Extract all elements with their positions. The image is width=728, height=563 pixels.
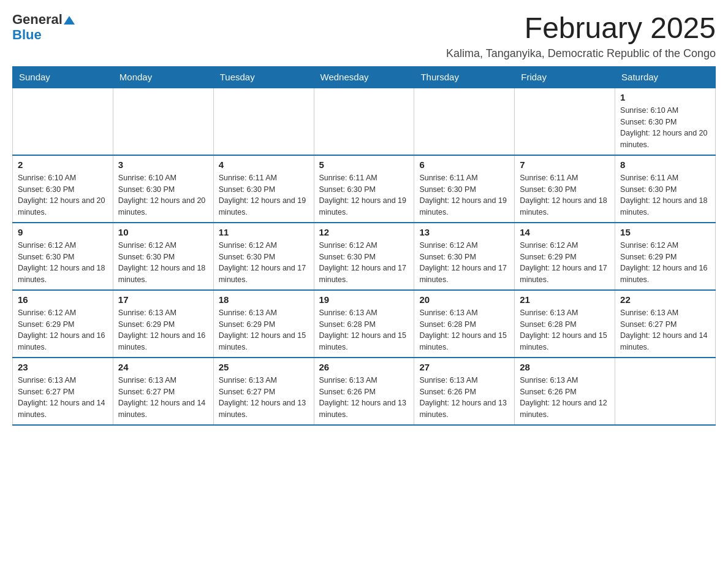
day-info: Sunrise: 6:12 AM Sunset: 6:30 PM Dayligh… xyxy=(319,240,409,286)
day-info: Sunrise: 6:10 AM Sunset: 6:30 PM Dayligh… xyxy=(18,172,108,218)
day-number: 19 xyxy=(319,294,409,305)
day-info: Sunrise: 6:11 AM Sunset: 6:30 PM Dayligh… xyxy=(620,172,710,218)
page-title: February 2025 xyxy=(446,12,716,45)
calendar-week-row: 1Sunrise: 6:10 AM Sunset: 6:30 PM Daylig… xyxy=(13,88,716,155)
header-wednesday: Wednesday xyxy=(314,66,414,88)
day-info: Sunrise: 6:12 AM Sunset: 6:30 PM Dayligh… xyxy=(219,240,309,286)
day-number: 5 xyxy=(319,159,409,170)
day-number: 24 xyxy=(118,362,208,372)
calendar-day-cell: 14Sunrise: 6:12 AM Sunset: 6:29 PM Dayli… xyxy=(515,223,615,290)
day-info: Sunrise: 6:13 AM Sunset: 6:28 PM Dayligh… xyxy=(520,307,610,353)
day-info: Sunrise: 6:13 AM Sunset: 6:26 PM Dayligh… xyxy=(419,375,509,421)
calendar-day-cell: 24Sunrise: 6:13 AM Sunset: 6:27 PM Dayli… xyxy=(113,358,213,425)
logo: General Blue xyxy=(12,12,75,42)
day-info: Sunrise: 6:10 AM Sunset: 6:30 PM Dayligh… xyxy=(118,172,208,218)
day-number: 10 xyxy=(118,227,208,237)
day-number: 23 xyxy=(18,362,108,372)
calendar-day-cell: 17Sunrise: 6:13 AM Sunset: 6:29 PM Dayli… xyxy=(113,290,213,358)
calendar-day-cell: 3Sunrise: 6:10 AM Sunset: 6:30 PM Daylig… xyxy=(113,155,213,223)
page-subtitle: Kalima, Tanganyika, Democratic Republic … xyxy=(446,47,716,60)
day-number: 12 xyxy=(319,227,409,237)
svg-marker-0 xyxy=(64,16,75,25)
day-number: 17 xyxy=(118,294,208,305)
weekday-header-row: Sunday Monday Tuesday Wednesday Thursday… xyxy=(13,66,716,88)
calendar-day-cell: 23Sunrise: 6:13 AM Sunset: 6:27 PM Dayli… xyxy=(13,358,113,425)
day-number: 1 xyxy=(620,92,710,102)
calendar-table: Sunday Monday Tuesday Wednesday Thursday… xyxy=(12,66,716,426)
day-number: 8 xyxy=(620,159,710,170)
calendar-day-cell xyxy=(213,88,314,155)
day-info: Sunrise: 6:11 AM Sunset: 6:30 PM Dayligh… xyxy=(219,172,309,218)
calendar-day-cell xyxy=(515,88,615,155)
header-tuesday: Tuesday xyxy=(213,66,314,88)
calendar-day-cell: 13Sunrise: 6:12 AM Sunset: 6:30 PM Dayli… xyxy=(414,223,515,290)
logo-triangle-icon xyxy=(64,13,75,28)
day-info: Sunrise: 6:11 AM Sunset: 6:30 PM Dayligh… xyxy=(520,172,610,218)
day-number: 21 xyxy=(520,294,610,305)
day-number: 25 xyxy=(219,362,309,372)
day-number: 2 xyxy=(18,159,108,170)
calendar-day-cell: 9Sunrise: 6:12 AM Sunset: 6:30 PM Daylig… xyxy=(13,223,113,290)
day-info: Sunrise: 6:12 AM Sunset: 6:29 PM Dayligh… xyxy=(18,307,108,353)
calendar-week-row: 2Sunrise: 6:10 AM Sunset: 6:30 PM Daylig… xyxy=(13,155,716,223)
day-info: Sunrise: 6:13 AM Sunset: 6:29 PM Dayligh… xyxy=(219,307,309,353)
day-number: 16 xyxy=(18,294,108,305)
calendar-day-cell: 25Sunrise: 6:13 AM Sunset: 6:27 PM Dayli… xyxy=(213,358,314,425)
calendar-day-cell: 8Sunrise: 6:11 AM Sunset: 6:30 PM Daylig… xyxy=(615,155,716,223)
calendar-day-cell: 12Sunrise: 6:12 AM Sunset: 6:30 PM Dayli… xyxy=(314,223,414,290)
day-info: Sunrise: 6:12 AM Sunset: 6:29 PM Dayligh… xyxy=(520,240,610,286)
day-info: Sunrise: 6:13 AM Sunset: 6:26 PM Dayligh… xyxy=(520,375,610,421)
day-info: Sunrise: 6:12 AM Sunset: 6:29 PM Dayligh… xyxy=(620,240,710,286)
day-number: 28 xyxy=(520,362,610,372)
header-sunday: Sunday xyxy=(13,66,113,88)
calendar-day-cell: 5Sunrise: 6:11 AM Sunset: 6:30 PM Daylig… xyxy=(314,155,414,223)
calendar-day-cell: 15Sunrise: 6:12 AM Sunset: 6:29 PM Dayli… xyxy=(615,223,716,290)
calendar-week-row: 23Sunrise: 6:13 AM Sunset: 6:27 PM Dayli… xyxy=(13,358,716,425)
day-number: 27 xyxy=(419,362,509,372)
calendar-day-cell xyxy=(13,88,113,155)
calendar-day-cell xyxy=(615,358,716,425)
calendar-week-row: 9Sunrise: 6:12 AM Sunset: 6:30 PM Daylig… xyxy=(13,223,716,290)
header-saturday: Saturday xyxy=(615,66,716,88)
calendar-day-cell xyxy=(314,88,414,155)
calendar-week-row: 16Sunrise: 6:12 AM Sunset: 6:29 PM Dayli… xyxy=(13,290,716,358)
day-info: Sunrise: 6:12 AM Sunset: 6:30 PM Dayligh… xyxy=(18,240,108,286)
calendar-day-cell: 1Sunrise: 6:10 AM Sunset: 6:30 PM Daylig… xyxy=(615,88,716,155)
day-number: 11 xyxy=(219,227,309,237)
day-number: 15 xyxy=(620,227,710,237)
calendar-day-cell: 28Sunrise: 6:13 AM Sunset: 6:26 PM Dayli… xyxy=(515,358,615,425)
day-number: 22 xyxy=(620,294,710,305)
day-number: 18 xyxy=(219,294,309,305)
day-info: Sunrise: 6:13 AM Sunset: 6:29 PM Dayligh… xyxy=(118,307,208,353)
day-number: 3 xyxy=(118,159,208,170)
day-info: Sunrise: 6:13 AM Sunset: 6:26 PM Dayligh… xyxy=(319,375,409,421)
day-number: 4 xyxy=(219,159,309,170)
calendar-day-cell: 10Sunrise: 6:12 AM Sunset: 6:30 PM Dayli… xyxy=(113,223,213,290)
logo-blue-text: Blue xyxy=(12,27,42,42)
calendar-day-cell: 22Sunrise: 6:13 AM Sunset: 6:27 PM Dayli… xyxy=(615,290,716,358)
calendar-day-cell: 4Sunrise: 6:11 AM Sunset: 6:30 PM Daylig… xyxy=(213,155,314,223)
day-info: Sunrise: 6:13 AM Sunset: 6:27 PM Dayligh… xyxy=(18,375,108,421)
day-number: 14 xyxy=(520,227,610,237)
calendar-day-cell: 27Sunrise: 6:13 AM Sunset: 6:26 PM Dayli… xyxy=(414,358,515,425)
day-number: 6 xyxy=(419,159,509,170)
calendar-day-cell: 16Sunrise: 6:12 AM Sunset: 6:29 PM Dayli… xyxy=(13,290,113,358)
calendar-day-cell: 7Sunrise: 6:11 AM Sunset: 6:30 PM Daylig… xyxy=(515,155,615,223)
day-info: Sunrise: 6:13 AM Sunset: 6:28 PM Dayligh… xyxy=(419,307,509,353)
day-info: Sunrise: 6:12 AM Sunset: 6:30 PM Dayligh… xyxy=(419,240,509,286)
calendar-day-cell: 19Sunrise: 6:13 AM Sunset: 6:28 PM Dayli… xyxy=(314,290,414,358)
logo-general-text: General xyxy=(12,12,63,27)
day-info: Sunrise: 6:13 AM Sunset: 6:27 PM Dayligh… xyxy=(118,375,208,421)
header-thursday: Thursday xyxy=(414,66,515,88)
day-info: Sunrise: 6:10 AM Sunset: 6:30 PM Dayligh… xyxy=(620,105,710,151)
day-number: 20 xyxy=(419,294,509,305)
day-number: 26 xyxy=(319,362,409,372)
calendar-day-cell: 11Sunrise: 6:12 AM Sunset: 6:30 PM Dayli… xyxy=(213,223,314,290)
title-area: February 2025 Kalima, Tanganyika, Democr… xyxy=(446,12,716,60)
calendar-day-cell: 6Sunrise: 6:11 AM Sunset: 6:30 PM Daylig… xyxy=(414,155,515,223)
calendar-day-cell xyxy=(113,88,213,155)
day-info: Sunrise: 6:11 AM Sunset: 6:30 PM Dayligh… xyxy=(419,172,509,218)
day-number: 9 xyxy=(18,227,108,237)
calendar-day-cell xyxy=(414,88,515,155)
header-friday: Friday xyxy=(515,66,615,88)
